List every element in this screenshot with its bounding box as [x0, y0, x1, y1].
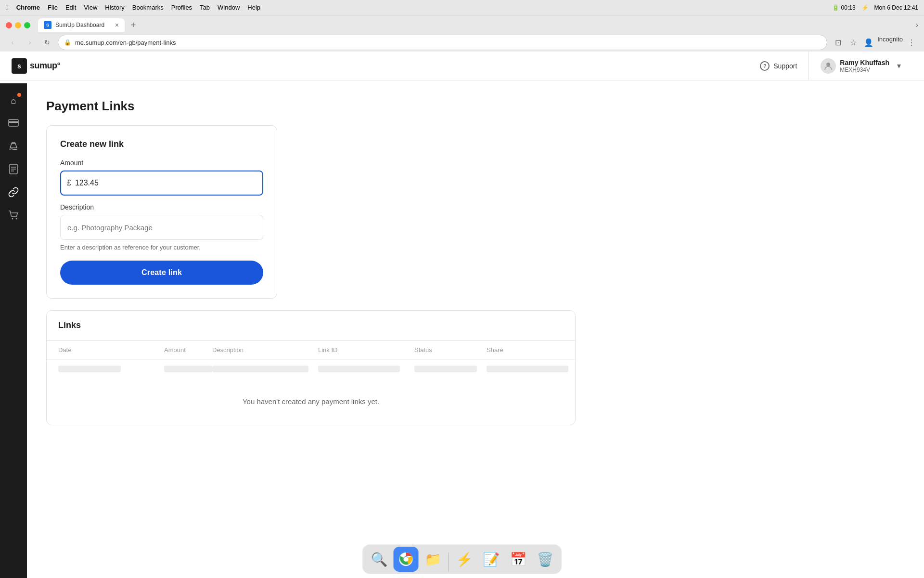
reload-button[interactable]: ↻: [40, 36, 54, 49]
main-content: Payment Links Create new link Amount £ D…: [27, 83, 924, 578]
dock-notes[interactable]: 📝: [479, 547, 504, 572]
logo-icon: s: [12, 58, 27, 74]
forward-button[interactable]: ›: [23, 36, 37, 49]
lock-icon: 🔒: [64, 39, 71, 46]
card-title: Create new link: [60, 139, 263, 149]
browser-tab-active[interactable]: S SumUp Dashboard ×: [38, 18, 125, 32]
card-icon: [8, 119, 19, 129]
dock-lightning[interactable]: ⚡: [452, 547, 477, 572]
sumup-logo: s sumup°: [12, 58, 60, 74]
link-icon: [8, 187, 19, 200]
col-link-id: Link ID: [318, 346, 414, 354]
datetime: Mon 6 Dec 12:41: [874, 4, 918, 11]
apple-menu[interactable]: : [6, 3, 9, 12]
description-label: Description: [60, 203, 263, 211]
address-bar: ‹ › ↻ 🔒 me.sumup.com/en-gb/payment-links…: [0, 32, 924, 54]
dock-finder[interactable]: 🔍: [367, 547, 392, 572]
user-menu[interactable]: Ramy Khuffash MEXH934V ▾: [809, 54, 912, 78]
sidebar: ⌂: [0, 83, 27, 578]
app-name[interactable]: Chrome: [16, 4, 40, 11]
links-header: Links: [47, 311, 575, 340]
tab-overflow-button[interactable]: ›: [916, 21, 918, 29]
currency-symbol: £: [67, 179, 71, 187]
ship-icon: [8, 141, 19, 154]
tab-close-button[interactable]: ×: [115, 21, 119, 29]
app-container: ⌂ Payment: [0, 54, 924, 578]
url-bar[interactable]: 🔒 me.sumup.com/en-gb/payment-links: [58, 35, 827, 50]
empty-state-message: You haven't created any payment links ye…: [47, 378, 575, 425]
menu-file[interactable]: File: [48, 4, 58, 11]
dock-divider: [449, 552, 449, 572]
support-button[interactable]: ? Support: [748, 52, 809, 80]
menu-bar-right: 🔋 00:13 ⚡ Mon 6 Dec 12:41: [832, 4, 918, 11]
links-title: Links: [58, 320, 81, 330]
close-button[interactable]: [6, 22, 12, 28]
menu-window[interactable]: Window: [218, 4, 240, 11]
tab-bar: S SumUp Dashboard × + ›: [0, 15, 924, 32]
home-icon: ⌂: [11, 96, 16, 106]
description-input[interactable]: [60, 215, 263, 240]
table-row-loading: [47, 359, 575, 378]
links-section: Links Date Amount Description Link ID St…: [46, 310, 576, 425]
skeleton-status: [414, 366, 477, 372]
menu-edit[interactable]: Edit: [65, 4, 76, 11]
col-share: Share: [487, 346, 549, 354]
browser-chrome: S SumUp Dashboard × + › ‹ › ↻ 🔒 me.sumup…: [0, 15, 924, 54]
sidebar-item-home[interactable]: ⌂: [4, 91, 23, 110]
menu-button[interactable]: ⋮: [905, 36, 918, 49]
svg-point-11: [404, 557, 409, 562]
bookmark-icon[interactable]: ☆: [847, 36, 860, 49]
url-text[interactable]: me.sumup.com/en-gb/payment-links: [75, 39, 821, 46]
bolt-icon: ⚡: [861, 4, 869, 11]
sidebar-item-ship[interactable]: [4, 137, 23, 157]
menu-history[interactable]: History: [105, 4, 124, 11]
cast-icon[interactable]: ⊡: [831, 36, 845, 49]
support-label: Support: [773, 62, 797, 70]
svg-point-7: [12, 218, 13, 219]
create-link-button[interactable]: Create link: [60, 261, 263, 285]
dock-files[interactable]: 📁: [421, 547, 446, 572]
amount-label: Amount: [60, 159, 263, 167]
menu-view[interactable]: View: [84, 4, 97, 11]
col-description: Description: [212, 346, 318, 354]
minimize-button[interactable]: [15, 22, 21, 28]
skeleton-amount: [164, 366, 212, 372]
incognito-label: Incognito: [877, 36, 903, 49]
skeleton-link-id: [318, 366, 400, 372]
amount-input-wrapper[interactable]: £: [60, 171, 263, 196]
chevron-down-icon: ▾: [897, 61, 901, 70]
sidebar-item-cart[interactable]: [4, 207, 23, 226]
toolbar-right: ⊡ ☆ 👤 Incognito ⋮: [831, 36, 918, 49]
menu-help[interactable]: Help: [247, 4, 260, 11]
table-header: Date Amount Description Link ID Status S…: [47, 340, 575, 359]
menu-profiles[interactable]: Profiles: [171, 4, 192, 11]
menu-bar:  Chrome File Edit View History Bookmark…: [0, 0, 924, 15]
dock-calendar[interactable]: 📅: [506, 547, 531, 572]
col-amount: Amount: [164, 346, 212, 354]
logo-text: sumup°: [30, 61, 60, 71]
battery-indicator: 🔋 00:13: [832, 4, 855, 11]
menu-tab[interactable]: Tab: [200, 4, 210, 11]
user-info: Ramy Khuffash MEXH934V: [840, 59, 889, 73]
col-date: Date: [58, 346, 164, 354]
sidebar-item-links[interactable]: [4, 184, 23, 203]
profile-icon[interactable]: 👤: [862, 36, 875, 49]
dock-trash[interactable]: 🗑️: [533, 547, 558, 572]
sidebar-item-document[interactable]: [4, 160, 23, 180]
dock-chrome[interactable]: [394, 547, 419, 572]
support-icon: ?: [760, 61, 770, 71]
svg-rect-2: [9, 121, 18, 123]
header-right: ? Support Ramy Khuffash MEXH934V ▾: [748, 52, 912, 80]
new-tab-button[interactable]: +: [127, 18, 140, 32]
sidebar-item-card[interactable]: [4, 114, 23, 133]
window-controls[interactable]: [6, 22, 30, 28]
menu-bookmarks[interactable]: Bookmarks: [132, 4, 164, 11]
back-button[interactable]: ‹: [6, 36, 19, 49]
svg-point-0: [826, 63, 830, 66]
create-link-card: Create new link Amount £ Description Ent…: [46, 125, 277, 299]
maximize-button[interactable]: [24, 22, 30, 28]
user-name: Ramy Khuffash: [840, 59, 889, 66]
notification-dot: [17, 93, 21, 97]
amount-input[interactable]: [75, 179, 257, 187]
tab-title: SumUp Dashboard: [55, 22, 111, 28]
